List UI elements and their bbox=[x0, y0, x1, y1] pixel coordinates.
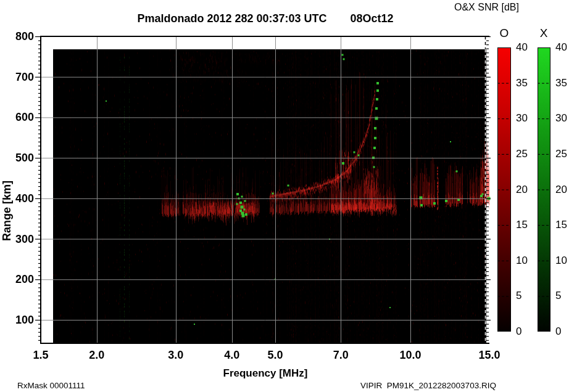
x-colorbar-tick-label: 15 bbox=[555, 219, 569, 231]
x-axis-title: Frequency [MHz] bbox=[191, 367, 339, 380]
y-tick-label: 700 bbox=[0, 71, 34, 83]
o-colorbar-tick-label: 35 bbox=[516, 77, 541, 89]
ionogram-canvas bbox=[0, 0, 569, 392]
o-colorbar-tick-label: 5 bbox=[516, 290, 541, 302]
footer-rxmask: RxMask 00001111 bbox=[17, 381, 85, 390]
x-colorbar-tick-label: 10 bbox=[555, 255, 569, 267]
x-colorbar-tick-label: 20 bbox=[555, 184, 569, 196]
y-tick-label: 500 bbox=[0, 152, 34, 164]
o-colorbar-tick-label: 40 bbox=[516, 41, 541, 54]
x-colorbar-tick-label: 25 bbox=[555, 148, 569, 160]
x-colorbar-tick-label: 0 bbox=[555, 325, 569, 338]
x-tick-label: 5.0 bbox=[257, 349, 294, 361]
o-colorbar-tick-label: 20 bbox=[516, 184, 541, 196]
y-axis-title: Range [km] bbox=[1, 174, 13, 248]
x-tick-label: 3.0 bbox=[157, 349, 194, 361]
x-tick-label: 4.0 bbox=[214, 349, 251, 361]
o-colorbar-tick-label: 30 bbox=[516, 112, 541, 125]
x-colorbar-tick-label: 5 bbox=[555, 290, 569, 302]
x-tick-label: 1.5 bbox=[22, 349, 59, 361]
y-tick-label: 200 bbox=[0, 273, 34, 285]
x-tick-label: 7.0 bbox=[322, 349, 359, 361]
o-colorbar-tick-label: 10 bbox=[516, 255, 541, 267]
o-colorbar-tick-label: 25 bbox=[516, 148, 541, 160]
x-tick-label: 15.0 bbox=[471, 349, 508, 361]
footer-filename: VIPIR PM91K_2012282003703.RIQ bbox=[360, 381, 496, 390]
x-colorbar-tick-label: 35 bbox=[555, 77, 569, 89]
plot-title: Pmaldonado 2012 282 00:37:03 UTC 08Oct12 bbox=[41, 12, 489, 25]
o-colorbar-tick-label: 15 bbox=[516, 219, 541, 231]
plot-title-date: 08Oct12 bbox=[351, 12, 394, 25]
y-tick-label: 800 bbox=[0, 30, 34, 43]
ionogram-figure: Pmaldonado 2012 282 00:37:03 UTC 08Oct12… bbox=[0, 0, 569, 392]
x-colorbar-tick-label: 40 bbox=[555, 41, 569, 54]
colorbar-x-header: X bbox=[531, 27, 556, 40]
x-tick-label: 2.0 bbox=[78, 349, 115, 361]
colorbar-title: O&X SNR [dB] bbox=[454, 2, 565, 13]
x-colorbar-tick-label: 30 bbox=[555, 112, 569, 125]
o-colorbar-tick-label: 0 bbox=[516, 325, 541, 338]
colorbar-o-header: O bbox=[492, 27, 517, 40]
x-tick-label: 10.0 bbox=[392, 349, 429, 361]
plot-title-station-time: Pmaldonado 2012 282 00:37:03 UTC bbox=[137, 12, 326, 25]
y-tick-label: 600 bbox=[0, 111, 34, 123]
y-tick-label: 100 bbox=[0, 314, 34, 326]
